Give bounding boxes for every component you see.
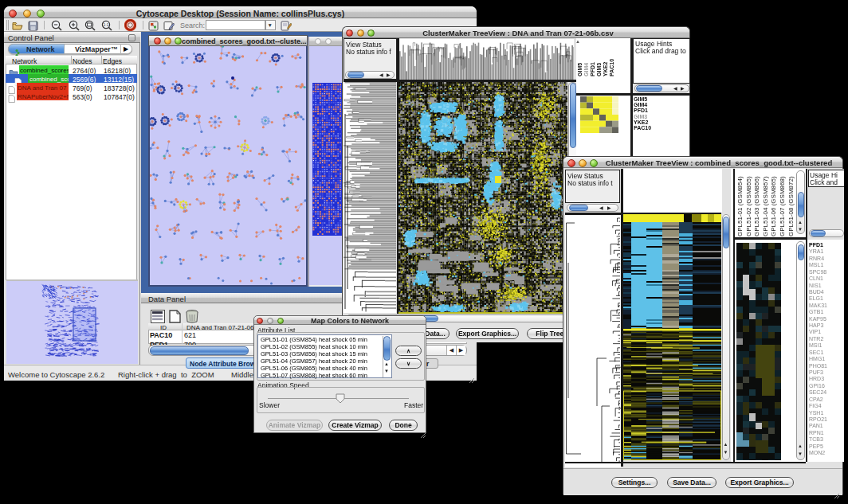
svg-text:1:1: 1:1 [104,22,109,27]
